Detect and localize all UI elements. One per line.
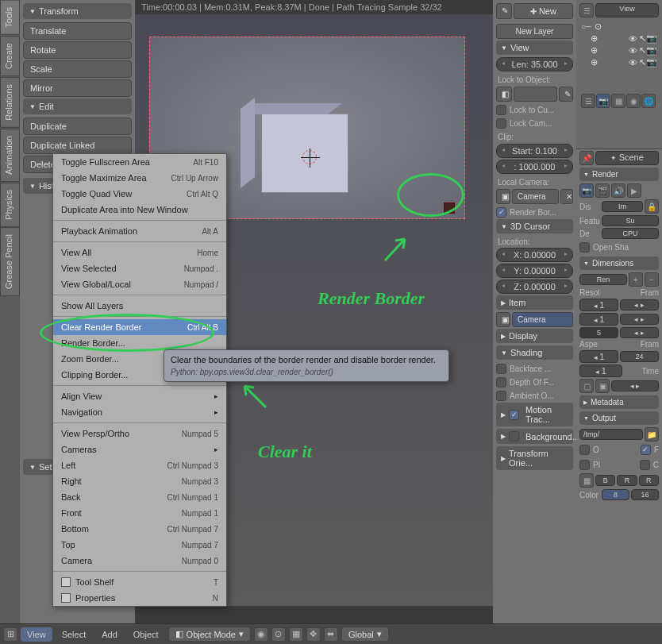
np-tc-header[interactable]: Transform Orie...	[496, 446, 573, 470]
mirror-button[interactable]: Mirror	[23, 79, 132, 97]
placeholder-check[interactable]: Pl	[579, 458, 600, 472]
display-dropdown[interactable]: Im	[602, 201, 643, 212]
menu-item-camera[interactable]: CameraNumpad 0	[53, 553, 226, 569]
open-shading-check[interactable]: Open Sha	[579, 241, 659, 254]
visibility-icon[interactable]: 👁	[629, 46, 637, 56]
eyedropper-icon[interactable]: ✎	[559, 87, 573, 102]
cursor-z-field[interactable]: Z: 0.00000	[496, 280, 573, 294]
manipulator-icon[interactable]: ✥	[306, 627, 321, 642]
menu-item-toggle-quad-view[interactable]: Toggle Quad ViewCtrl Alt Q	[53, 186, 226, 202]
np-cursor-header[interactable]: 3D Cursor	[496, 219, 573, 233]
panel-transform[interactable]: Transform	[23, 3, 132, 19]
axis-icon[interactable]: ⬌	[324, 627, 338, 642]
lock-cursor-check[interactable]: Lock to Cu...	[496, 103, 573, 117]
border-icon[interactable]: ▢	[579, 379, 594, 393]
menu-item-navigation[interactable]: Navigation	[53, 404, 226, 420]
layers-icon[interactable]: ▦	[289, 627, 303, 642]
menu-item-view-global-local[interactable]: View Global/LocalNumpad /	[53, 276, 226, 292]
render-border-check[interactable]: Render Bor...	[496, 206, 573, 219]
cache-check[interactable]: C	[640, 458, 659, 472]
lock-camera-check[interactable]: Lock Cam...	[496, 117, 573, 130]
prop-tab-layers[interactable]: ▦	[611, 94, 625, 108]
device-dropdown[interactable]: CPU	[602, 228, 659, 239]
menu-item-toggle-maximize-area[interactable]: Toggle Maximize AreaCtrl Up Arrow	[53, 170, 226, 186]
vtab-relations[interactable]: Relations	[0, 77, 20, 128]
preset-del-icon[interactable]: −	[645, 272, 659, 287]
visibility-icon[interactable]: 👁	[629, 58, 637, 67]
header-view-menu[interactable]: View	[21, 627, 52, 642]
menu-item-align-view[interactable]: Align View	[53, 388, 226, 404]
selectable-icon[interactable]: ↖	[639, 45, 646, 56]
lens-field[interactable]: Len: 35.000	[496, 57, 573, 71]
menu-item-back[interactable]: BackCtrl Numpad 1	[53, 489, 226, 505]
pin-icon[interactable]: 📌	[579, 151, 594, 165]
duplicate-linked-button[interactable]: Duplicate Linked	[23, 137, 132, 154]
clip-start-field[interactable]: Start: 0.100	[496, 144, 573, 158]
output-header[interactable]: Output	[579, 411, 659, 425]
clip-end-field[interactable]: : 1000.000	[496, 160, 573, 174]
translate-button[interactable]: Translate	[23, 22, 132, 40]
prop-tab-scene[interactable]: ◉	[626, 94, 641, 108]
depth-8-btn[interactable]: 8	[602, 489, 629, 500]
menu-item-cameras[interactable]: Cameras	[53, 442, 226, 457]
shading-icon[interactable]: ◉	[254, 627, 268, 642]
dimensions-header[interactable]: Dimensions	[579, 256, 659, 270]
rotate-button[interactable]: Rotate	[23, 41, 132, 59]
camera-field[interactable]: Camera	[512, 189, 559, 204]
time-field[interactable]: ◂ ▸	[611, 380, 659, 391]
menu-item-toggle-fullscreen-area[interactable]: Toggle Fullscreen AreaAlt F10	[53, 154, 226, 170]
depth-check[interactable]: Depth Of F...	[496, 376, 573, 389]
overwrite-check[interactable]: O	[579, 443, 599, 457]
header-add-menu[interactable]: Add	[95, 627, 124, 642]
menu-item-view-persp-ortho[interactable]: View Persp/OrthoNumpad 5	[53, 426, 226, 442]
format-icon[interactable]: ▦	[579, 473, 594, 488]
aspy-field[interactable]: ◂ 1	[579, 364, 622, 377]
metadata-header[interactable]: Metadata	[579, 395, 659, 409]
np-shading-header[interactable]: Shading	[496, 345, 573, 360]
menu-item-view-selected[interactable]: View SelectedNumpad .	[53, 260, 226, 276]
rgb-btn[interactable]: R	[617, 475, 637, 486]
vtab-grease-pencil[interactable]: Grease Pencil	[0, 227, 20, 296]
output-path-field[interactable]: /tmp/	[579, 429, 643, 440]
scale-button[interactable]: Scale	[23, 60, 132, 78]
resy-field[interactable]: ◂ 1	[579, 313, 618, 326]
clear-camera-icon[interactable]: ✕	[560, 189, 573, 204]
outliner-type-icon[interactable]: ☰	[579, 3, 594, 17]
ren-preset[interactable]: Ren	[579, 274, 627, 285]
vtab-create[interactable]: Create	[0, 36, 20, 76]
menu-item-front[interactable]: FrontNumpad 1	[53, 505, 226, 521]
frame-step-field[interactable]: ◂ ▸	[620, 327, 659, 338]
vtab-tools[interactable]: Tools	[0, 0, 20, 35]
np-motion-header[interactable]: Motion Trac...	[496, 403, 573, 426]
mode-dropdown[interactable]: ◧ Object Mode ▾	[168, 627, 251, 642]
scene-breadcrumb[interactable]: ✦ Scene	[595, 151, 659, 165]
new-layer-button[interactable]: New Layer	[496, 24, 573, 39]
feature-dropdown[interactable]: Su	[602, 215, 659, 226]
renderable-icon[interactable]: 📷	[646, 33, 657, 44]
lock-object-field[interactable]	[514, 87, 557, 102]
frame-end-field[interactable]: ◂ ▸	[620, 314, 659, 325]
np-view-header[interactable]: View	[496, 40, 573, 55]
vtab-physics[interactable]: Physics	[0, 183, 20, 227]
prop-tab-world[interactable]: 🌐	[641, 94, 656, 108]
new-button[interactable]: ✚ New	[514, 3, 573, 19]
menu-item-properties[interactable]: PropertiesN	[53, 590, 226, 606]
cursor-x-field[interactable]: X: 0.00000	[496, 248, 573, 262]
render-header[interactable]: Render	[579, 168, 659, 181]
outliner-item-row-3[interactable]: ⊕👁↖📷	[579, 56, 659, 68]
editor-type-icon[interactable]: ⊞	[3, 627, 17, 642]
menu-item-left[interactable]: LeftCtrl Numpad 3	[53, 457, 226, 473]
cursor-y-field[interactable]: Y: 0.00000	[496, 264, 573, 278]
prop-tab-1[interactable]: ☰	[581, 94, 595, 108]
crop-icon[interactable]: ▣	[595, 379, 610, 393]
rgba-btn[interactable]: R	[639, 475, 659, 486]
render-still-icon[interactable]: 📷	[579, 183, 594, 198]
resx-field[interactable]: ◂ 1	[579, 299, 618, 311]
menu-item-bottom[interactable]: BottomCtrl Numpad 7	[53, 521, 226, 537]
pencil-icon[interactable]: ✎	[496, 3, 512, 19]
menu-item-right[interactable]: RightNumpad 3	[53, 473, 226, 489]
renderable-icon[interactable]: 📷	[646, 57, 657, 67]
ambient-check[interactable]: Ambient O...	[496, 389, 573, 403]
fps-field[interactable]: 24	[620, 351, 659, 362]
orientation-dropdown[interactable]: Global ▾	[341, 627, 389, 642]
